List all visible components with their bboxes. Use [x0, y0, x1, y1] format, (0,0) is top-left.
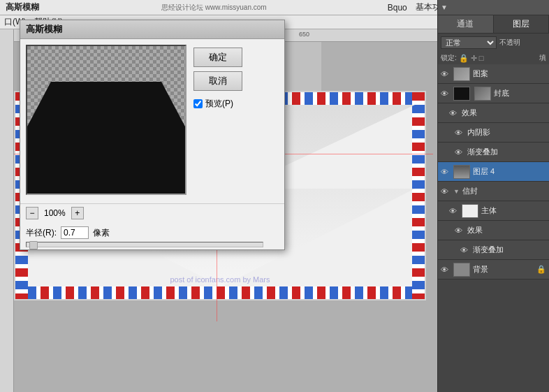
eye-icon-effect1[interactable]: 👁 [449, 109, 459, 117]
layer-thumb-tuceng4 [453, 165, 470, 179]
layer-label-fengdi: 封底 [494, 88, 546, 99]
blend-mode-row: 正常 不透明 [438, 34, 549, 52]
layer-thumb [453, 67, 470, 81]
ruler-vertical [0, 29, 14, 392]
layer-thumb-beijing [453, 263, 470, 277]
layer-effect1[interactable]: 👁 效果 [438, 103, 549, 123]
layer-label-xinfeng: 信封 [462, 186, 546, 196]
gaussian-blur-dialog: 高斯模糊 确定 取消 预览(P) − 100% + 半径(R): 像素 [20, 20, 285, 250]
opacity-label: 不透明 [499, 38, 520, 48]
layer-list: 👁 图案 👁 封底 👁 效果 👁 内阴影 👁 渐变叠加 👁 [438, 64, 549, 280]
preview-shape [27, 82, 185, 194]
lock-indicator: 🔒 [536, 265, 546, 274]
preview-checkbox-row: 预览(P) [193, 98, 242, 110]
eye-icon-xinfeng[interactable]: 👁 [441, 187, 451, 196]
radius-row: 半径(R): 像素 [20, 222, 284, 240]
dialog-body: 确定 取消 预览(P) [20, 39, 284, 201]
group-collapse-icon[interactable]: ▼ [453, 188, 460, 195]
dialog-title: 高斯模糊 [20, 20, 284, 39]
layer-label-grad2: 渐变叠加 [473, 245, 546, 255]
right-panel: ▼ 通道 图层 正常 不透明 锁定: 🔒 ✛ □ 填 👁 图案 👁 封底 [437, 0, 549, 392]
radius-label: 半径(R): [26, 227, 57, 239]
slider-row [20, 240, 284, 253]
fill-label: 填 [539, 53, 546, 63]
zoom-in-button[interactable]: + [71, 207, 84, 219]
radius-input[interactable] [61, 226, 89, 239]
layer-tuceng4[interactable]: 👁 图层 4 [438, 162, 549, 182]
eye-icon-tuceng4[interactable]: 👁 [441, 168, 451, 176]
layer-zhuti[interactable]: 👁 主体 [438, 201, 549, 221]
envelope-watermark: post of iconfans.com by Mars [170, 275, 270, 284]
layer-label-inner: 内阴影 [467, 127, 546, 138]
eye-icon-zhuti[interactable]: 👁 [449, 207, 459, 215]
eye-icon-grad2[interactable]: 👁 [460, 246, 470, 254]
eye-icon-beijing[interactable]: 👁 [441, 266, 451, 274]
menu-bquo[interactable]: Bquo [383, 3, 411, 13]
layer-inner-shadow[interactable]: 👁 内阴影 [438, 123, 549, 143]
layer-beijing[interactable]: 👁 背景 🔒 [438, 260, 549, 280]
zoom-controls: − 100% + [20, 203, 284, 222]
app-title: 高斯模糊 [0, 1, 45, 13]
cancel-button[interactable]: 取消 [193, 71, 242, 91]
eye-icon-inner[interactable]: 👁 [455, 129, 464, 137]
layer-label-grad1: 渐变叠加 [467, 147, 546, 157]
paint-icon: □ [479, 54, 484, 62]
layer-label-tujian: 图案 [473, 68, 546, 79]
layer-label-tuceng4: 图层 4 [473, 166, 546, 177]
tab-layers[interactable]: 图层 [494, 15, 550, 33]
stripe-bottom [15, 286, 425, 299]
eye-icon-grad1[interactable]: 👁 [455, 148, 464, 157]
layer-effect2[interactable]: 👁 效果 [438, 221, 549, 240]
lock-label: 锁定: [441, 53, 457, 63]
stripe-right [412, 92, 425, 299]
radius-slider-track[interactable] [26, 242, 263, 247]
radius-slider-thumb[interactable] [29, 241, 38, 249]
layer-thumb-fengdi [453, 87, 470, 101]
layer-label-effect2: 效果 [467, 225, 546, 235]
eye-icon[interactable]: 👁 [441, 70, 451, 78]
dialog-controls: 确定 取消 预览(P) [193, 45, 242, 195]
preview-label: 预览(P) [205, 98, 233, 110]
preview-checkbox[interactable] [193, 99, 203, 108]
panel-header: ▼ [441, 3, 448, 11]
layer-thumb-zhuti [462, 204, 478, 218]
layer-mask-fengdi [474, 87, 491, 101]
lock-icon: 🔒 [459, 54, 469, 63]
unit-label: 像素 [93, 227, 110, 239]
blend-mode-select[interactable]: 正常 [441, 36, 497, 49]
eye-icon-fengdi[interactable]: 👁 [441, 89, 451, 98]
layer-label-beijing: 背景 [473, 264, 534, 275]
layer-gradient2[interactable]: 👁 渐变叠加 [438, 240, 549, 260]
zoom-out-button[interactable]: − [26, 207, 38, 219]
preview-canvas[interactable] [26, 45, 186, 195]
layer-label-effect1: 效果 [462, 108, 546, 118]
zoom-value: 100% [44, 208, 66, 218]
layer-tujian[interactable]: 👁 图案 [438, 64, 549, 84]
ok-button[interactable]: 确定 [193, 48, 242, 67]
layer-xinfeng[interactable]: 👁 ▼ 信封 [438, 182, 549, 201]
panel-tabs: 通道 图层 [438, 15, 549, 34]
watermark: 思经设计论坛 www.missyuan.com [45, 3, 383, 13]
layer-label-zhuti: 主体 [481, 205, 546, 216]
lock-row: 锁定: 🔒 ✛ □ 填 [438, 52, 549, 64]
tab-channels[interactable]: 通道 [438, 15, 494, 33]
layer-fengdi[interactable]: 👁 封底 [438, 84, 549, 103]
move-icon: ✛ [471, 54, 477, 63]
eye-icon-effect2[interactable]: 👁 [455, 226, 464, 235]
dialog-title-text: 高斯模糊 [26, 23, 62, 36]
layer-gradient1[interactable]: 👁 渐变叠加 [438, 143, 549, 162]
